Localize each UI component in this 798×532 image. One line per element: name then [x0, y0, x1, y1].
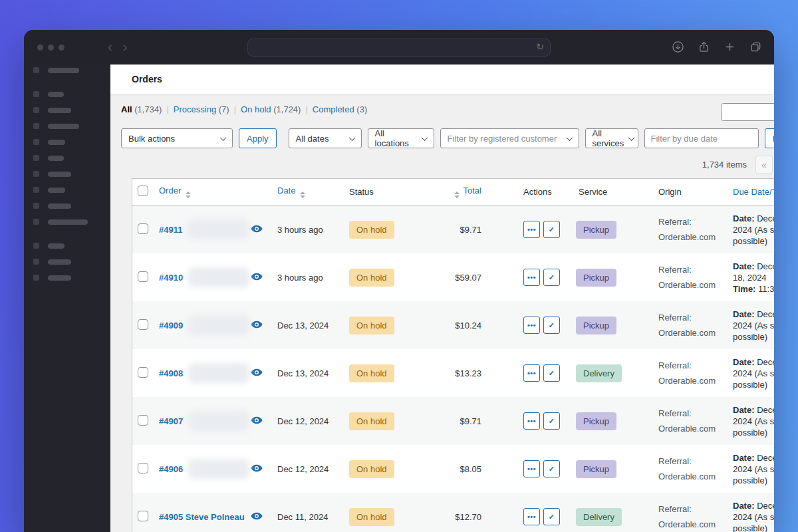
window-controls[interactable]: [37, 45, 65, 51]
order-actions-button[interactable]: •••: [523, 460, 540, 477]
sidebar-menu-icon: [33, 123, 39, 129]
complete-order-button[interactable]: ✓: [543, 221, 560, 238]
download-icon[interactable]: [672, 41, 684, 53]
preview-eye-icon[interactable]: [251, 321, 263, 331]
sidebar-menu-item[interactable]: [33, 171, 110, 177]
back-arrow-icon[interactable]: ‹: [108, 37, 112, 56]
due-date-filter-input[interactable]: [644, 128, 759, 148]
preview-eye-icon[interactable]: [251, 464, 263, 474]
sidebar-menu-label-placeholder: [48, 68, 79, 73]
sidebar-menu-item[interactable]: [33, 107, 110, 113]
select-all-checkbox[interactable]: [138, 186, 148, 196]
status-badge: On hold: [349, 508, 394, 526]
sidebar-menu-item[interactable]: [33, 275, 110, 281]
reload-icon[interactable]: ↻: [536, 41, 544, 52]
sidebar-menu-item[interactable]: [33, 123, 110, 129]
row-checkbox[interactable]: [138, 223, 148, 234]
row-checkbox[interactable]: [138, 367, 148, 378]
view-filter-all[interactable]: All (1,734): [121, 104, 162, 114]
share-icon[interactable]: [698, 41, 710, 53]
column-header-origin: Origin: [644, 187, 723, 197]
sort-icon: [186, 192, 191, 198]
order-link[interactable]: #4905 Steve Polneau: [159, 512, 245, 522]
order-actions: •••✓: [489, 269, 570, 286]
status-badge: On hold: [349, 269, 394, 287]
redacted-customer-name: [188, 315, 249, 335]
chevron-down-icon: [566, 134, 573, 141]
view-filter-onhold[interactable]: On hold (1,724): [241, 104, 301, 114]
new-tab-icon[interactable]: [724, 41, 736, 53]
preview-eye-icon[interactable]: [251, 273, 263, 283]
order-link[interactable]: #4908: [159, 368, 183, 378]
order-actions-button[interactable]: •••: [523, 269, 540, 286]
order-origin: Referral:Orderable.com: [644, 262, 723, 293]
window-control-dot[interactable]: [48, 45, 54, 51]
sidebar-menu-item[interactable]: [33, 91, 110, 97]
sidebar-menu-item[interactable]: [33, 243, 110, 249]
order-actions: •••✓: [489, 460, 570, 477]
sidebar-menu-item[interactable]: [33, 187, 110, 193]
complete-order-button[interactable]: ✓: [543, 460, 560, 477]
order-link[interactable]: #4907: [159, 416, 183, 426]
preview-eye-icon[interactable]: [251, 368, 263, 378]
complete-order-button[interactable]: ✓: [543, 508, 560, 525]
admin-topbar: Orders: [110, 65, 774, 94]
order-link[interactable]: #4911: [159, 225, 182, 235]
order-link[interactable]: #4910: [159, 273, 183, 283]
order-actions-button[interactable]: •••: [523, 508, 540, 525]
order-row: #4909 Dec 13, 2024 On hold $10.24 •••✓ P…: [132, 301, 774, 349]
search-orders-input[interactable]: [721, 103, 774, 121]
sidebar-menu-item[interactable]: [33, 259, 110, 265]
tabs-overview-icon[interactable]: [749, 41, 762, 53]
bulk-actions-select[interactable]: Bulk actions: [121, 128, 233, 148]
order-actions-button[interactable]: •••: [523, 412, 540, 430]
view-filter-completed[interactable]: Completed (3): [313, 104, 367, 114]
locations-filter-select[interactable]: All locations: [368, 128, 434, 148]
column-header-due-date[interactable]: Due Date/Time: [723, 187, 774, 197]
apply-button[interactable]: Apply: [239, 128, 277, 148]
row-checkbox[interactable]: [138, 271, 148, 282]
services-filter-select[interactable]: All services: [585, 128, 638, 148]
window-control-dot[interactable]: [37, 45, 43, 51]
row-checkbox[interactable]: [138, 415, 148, 426]
sidebar-menu-item[interactable]: [33, 155, 110, 161]
dates-filter-select[interactable]: All dates: [289, 128, 362, 148]
page-title: Orders: [132, 74, 162, 84]
complete-order-button[interactable]: ✓: [543, 317, 560, 334]
preview-eye-icon[interactable]: [251, 225, 263, 235]
preview-eye-icon[interactable]: [251, 416, 263, 426]
row-checkbox[interactable]: [138, 319, 148, 330]
complete-order-button[interactable]: ✓: [543, 412, 560, 430]
view-filter-processing[interactable]: Processing (7): [174, 104, 229, 114]
redacted-customer-name: [188, 267, 249, 287]
complete-order-button[interactable]: ✓: [543, 364, 560, 382]
order-link[interactable]: #4906: [159, 464, 183, 474]
order-link[interactable]: #4909: [159, 321, 183, 331]
customer-filter-select[interactable]: Filter by registered customer: [440, 128, 579, 148]
window-control-dot[interactable]: [59, 45, 65, 51]
sidebar-menu-item[interactable]: [33, 203, 110, 209]
sidebar-menu-item[interactable]: [33, 67, 110, 73]
row-checkbox[interactable]: [138, 511, 148, 521]
table-pagination: 1,734 items «: [121, 156, 774, 174]
first-page-button[interactable]: «: [755, 156, 773, 174]
preview-eye-icon[interactable]: [251, 512, 263, 522]
order-due-date: Date: December2024 (As soon aspossible): [723, 404, 774, 438]
complete-order-button[interactable]: ✓: [543, 269, 560, 286]
sidebar-menu-item[interactable]: [33, 219, 110, 225]
order-actions-button[interactable]: •••: [523, 364, 540, 382]
sidebar-menu-item[interactable]: [33, 139, 110, 145]
order-actions-button[interactable]: •••: [523, 221, 540, 238]
forward-arrow-icon[interactable]: ›: [123, 37, 128, 56]
column-header-date[interactable]: Date: [276, 186, 346, 198]
column-header-order[interactable]: Order: [155, 186, 247, 198]
order-actions-button[interactable]: •••: [523, 317, 540, 334]
redacted-customer-name: [188, 459, 249, 479]
column-header-total[interactable]: Total: [452, 186, 489, 198]
url-bar[interactable]: ↻: [247, 39, 551, 57]
service-badge: Pickup: [576, 317, 616, 334]
order-actions: •••✓: [489, 412, 570, 430]
row-checkbox[interactable]: [138, 463, 148, 473]
filter-button[interactable]: Filter: [765, 128, 774, 148]
admin-content: Orders All (1,734) | Processing (7) | On…: [110, 65, 774, 532]
